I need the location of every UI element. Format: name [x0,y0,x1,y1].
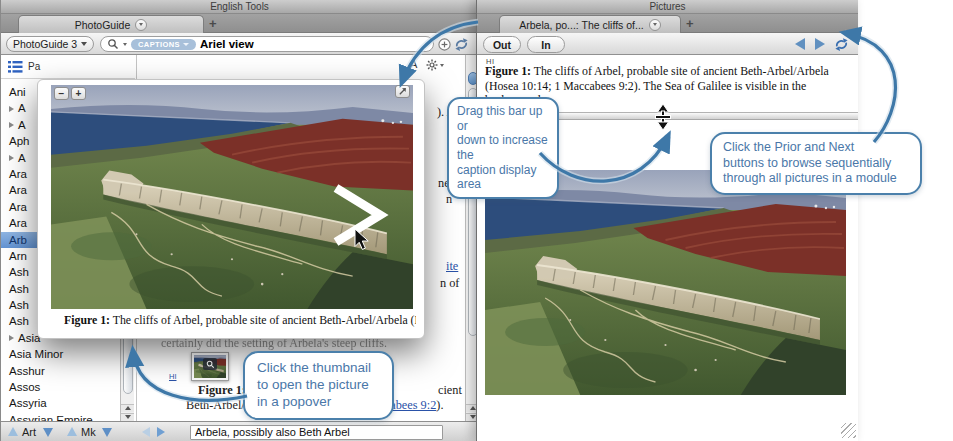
arrow-up-icon [125,406,131,410]
article-fragment: n of [440,276,459,291]
list-item-label: Asia Minor [9,346,63,362]
figure-label: Figure 1: [198,383,246,397]
tab-dropdown-button[interactable] [135,19,147,31]
art-next-button[interactable] [43,428,53,437]
next-overlay-chevron-icon[interactable] [326,183,396,247]
chevron-down-icon [81,42,87,46]
tab-arbela[interactable]: Arbela, po...: The cliffs of... [499,15,681,33]
browser-pane-header: Pa [1,55,135,79]
list-item-label: Ash [9,297,29,313]
disclosure-triangle-icon[interactable] [9,106,14,112]
list-item-label: Asshur [9,363,45,379]
chevron-down-icon [139,23,143,26]
list-item-label: Ara [9,199,27,215]
search-icon[interactable] [107,38,119,50]
module-selector-button[interactable]: PhotoGuide 3 [6,36,94,52]
list-item-label: Arb [9,232,27,248]
chevron-down-icon [183,43,189,46]
add-button[interactable] [438,38,451,51]
new-tab-button[interactable]: + [209,16,217,32]
list-item-label: Arn [9,248,27,264]
sync-icon[interactable] [454,37,469,52]
disclosure-triangle-icon[interactable] [9,155,14,161]
zoom-out-button[interactable]: Out [483,36,521,53]
right-window-title: Pictures [649,1,685,12]
pane-header-label: Pa [28,61,40,72]
prior-picture-button[interactable] [795,38,805,50]
art-nav-label: Art [22,426,36,438]
list-item[interactable]: Assos [1,379,119,395]
figure-label: Figure 1: [485,64,531,78]
figure-label: Figure 1: [64,313,110,327]
search-query-text[interactable]: Ariel view [200,38,254,50]
right-tab-bar: Arbela, po...: The cliffs of... + [477,14,858,33]
history-forward-button[interactable] [157,427,165,437]
list-item-label: A [18,100,26,116]
sync-icon[interactable] [834,37,849,52]
module-link[interactable]: HI [169,372,177,381]
list-item-label: Ash [9,264,29,280]
left-bottom-bar: Art Mk [1,421,478,441]
left-window-title: English Tools [210,1,269,12]
popover-zoom-out-button[interactable]: − [54,87,69,100]
arbel-cliffs-photo[interactable] [485,170,846,395]
list-item[interactable]: Asia Minor [1,346,119,362]
magnifier-icon [203,358,217,370]
open-in-window-icon [398,87,407,96]
list-item-label: Ara [9,215,27,231]
figure-text: ). [436,398,443,412]
new-tab-button[interactable]: + [686,16,694,32]
tab-dropdown-button[interactable] [649,19,661,31]
chevron-down-icon [653,23,657,26]
zoom-in-button[interactable]: In [527,36,565,53]
pictures-window: Pictures Arbela, po...: The cliffs of...… [476,0,858,441]
list-item-label: A [18,150,26,166]
entry-field[interactable] [190,425,443,440]
arrow-down-icon [125,415,131,419]
module-selector-label: PhotoGuide 3 [13,38,77,50]
art-prev-button[interactable] [8,427,18,436]
search-field[interactable]: CAPTIONS Ariel view [100,36,434,52]
arrow-up-icon [470,406,476,410]
popover-caption: Figure 1: The cliffs of Arbel, probable … [64,313,416,328]
disclosure-triangle-icon[interactable] [9,122,14,128]
article-link-fragment[interactable]: ite [446,259,458,274]
font-size-button[interactable]: A [410,58,417,70]
popover-detach-button[interactable] [395,85,410,98]
next-picture-button[interactable] [815,38,825,50]
sidebar-scroll-up-button[interactable] [121,404,134,413]
list-view-icon[interactable] [8,61,23,73]
disclosure-triangle-icon[interactable] [9,335,14,341]
chevron-down-icon[interactable] [440,64,444,67]
list-item-label: Assyria [9,395,47,411]
search-scope-label: CAPTIONS [138,40,180,49]
search-scope-chevron-icon[interactable] [123,43,127,46]
tab-photoguide[interactable]: PhotoGuide [18,15,204,33]
mk-prev-button[interactable] [67,427,77,436]
left-tab-bar: PhotoGuide + [1,14,478,33]
search-scope-pill[interactable]: CAPTIONS [131,39,196,50]
callout-drag-bar: Drag this bar up or down to increase the… [447,97,559,199]
list-item-label: Ani [9,84,26,100]
list-item[interactable]: Assyria [1,395,119,411]
list-item-label: Ara [9,166,27,182]
history-back-button[interactable] [142,427,150,437]
mk-next-button[interactable] [102,428,112,437]
left-window-titlebar[interactable]: English Tools [1,0,478,14]
callout-thumbnail: Click the thumbnail to open the picture … [243,351,394,420]
list-item-label: Ara [9,182,27,198]
gear-icon[interactable] [426,59,438,71]
tab-arbela-label: Arbela, po...: The cliffs of... [519,19,644,31]
screen: English Tools PhotoGuide + PhotoGuide 3 … [0,0,953,441]
list-item-label: Assos [9,379,40,395]
right-window-titlebar[interactable]: Pictures [477,0,858,14]
mk-nav-label: Mk [81,426,96,438]
sidebar-scroll-down-button[interactable] [121,413,134,422]
list-item[interactable]: Asshur [1,363,119,379]
list-item-label: Aph [9,133,29,149]
popover-zoom-in-button[interactable]: + [71,87,86,100]
list-item-label: A [18,117,26,133]
article-figure-line1-end: cient [438,383,462,398]
article-thumbnail[interactable] [191,352,229,381]
window-resize-grip[interactable] [841,423,856,438]
